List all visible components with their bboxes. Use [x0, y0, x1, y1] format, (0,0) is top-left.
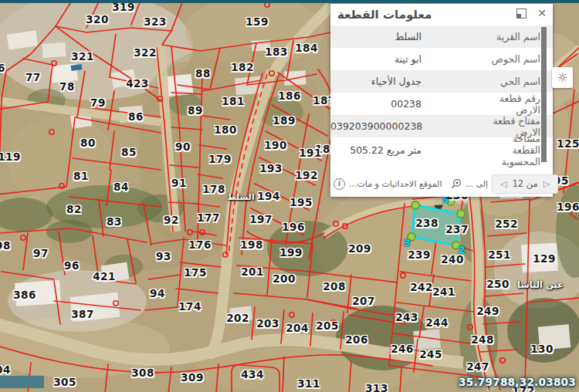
attribute-row: جدول الأحياءاسم الحي — [330, 70, 553, 93]
sun-icon: ☼ — [557, 70, 567, 85]
app-window: 3193203233223214237677787986888990918085… — [0, 0, 579, 392]
cursor-coordinates: 35.79788,32.03803 — [459, 376, 576, 388]
attribute-value: 039203900000238 — [330, 120, 486, 132]
brightness-button[interactable]: ☼ — [552, 67, 573, 88]
zoom-to-icon[interactable] — [451, 178, 462, 189]
attribute-value: جدول الأحياء — [330, 76, 485, 87]
window-top-bar — [0, 0, 579, 3]
attribute-row: 505.22 متر مربعمساحة القطعة المحسوبة — [330, 137, 553, 162]
district-name-label: عين الباشا — [517, 279, 564, 290]
popup-footer: i الموقع الاحداثيات و مات... ... إلى ◁ م… — [334, 173, 550, 194]
attribute-row: 00238رقم قطعة الارض — [330, 93, 553, 115]
popup-pager: ◁ من 12 ▷ — [492, 174, 558, 194]
pager-next-icon[interactable]: ▷ — [543, 179, 550, 189]
pager-text: من 12 — [512, 178, 537, 189]
zoom-to-link[interactable]: ... إلى — [466, 179, 489, 189]
popup-title: معلومات القطعة — [337, 8, 432, 22]
attribute-value: ابو تينة — [330, 53, 485, 65]
attribution-bar — [0, 376, 44, 388]
popup-header: معلومات القطعة ✕ — [330, 4, 553, 25]
location-info-link[interactable]: الموقع الاحداثيات و مات... — [349, 179, 442, 189]
road-name-label: السلط — [227, 192, 254, 202]
popup-scrollbar[interactable] — [541, 27, 547, 162]
attribute-row: ابو تينةاسم الحوض — [330, 48, 553, 70]
parcel-info-popup: معلومات القطعة ✕ السلطاسم القريةابو تينة… — [330, 4, 553, 197]
close-icon[interactable]: ✕ — [537, 8, 547, 19]
pager-prev-icon[interactable]: ◁ — [500, 179, 506, 189]
dock-icon[interactable] — [516, 8, 527, 19]
attribute-value: 505.22 متر مربع — [330, 144, 485, 156]
attribute-value: 00238 — [330, 98, 485, 110]
attribute-row: السلطاسم القرية — [330, 25, 553, 48]
attribute-table: السلطاسم القريةابو تينةاسم الحوضجدول الأ… — [330, 25, 553, 162]
attribute-value: السلط — [330, 31, 485, 42]
info-icon[interactable]: i — [334, 178, 345, 190]
